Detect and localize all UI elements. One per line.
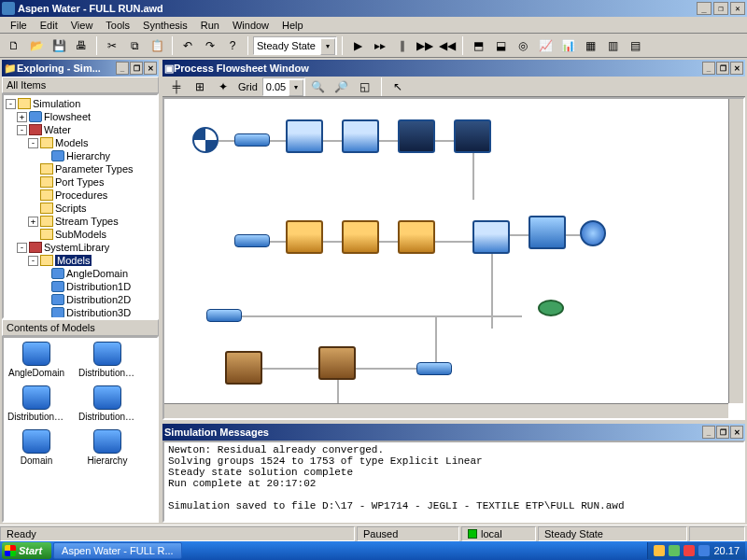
save-button[interactable]: 💾 xyxy=(49,35,69,56)
cut-button[interactable]: ✂ xyxy=(102,35,122,56)
tree-porttypes[interactable]: Port Types xyxy=(55,176,104,188)
unit-reactor-1[interactable] xyxy=(454,119,491,153)
tree-hierarchy[interactable]: Hierarchy xyxy=(66,150,110,161)
tree-view[interactable]: -Simulation +Flowsheet -Water -Models Hi… xyxy=(2,93,159,319)
tree-leaf[interactable]: Distribution2D xyxy=(66,294,131,305)
tray-icon[interactable] xyxy=(654,545,665,556)
step-button[interactable]: ▸▸ xyxy=(370,35,390,56)
explorer-min-button[interactable]: _ xyxy=(116,62,129,75)
messages-min-button[interactable]: _ xyxy=(702,426,715,439)
model-item[interactable]: Distribution3D xyxy=(78,385,136,422)
unit-clarifier[interactable] xyxy=(398,119,435,153)
new-button[interactable]: 🗋 xyxy=(4,35,24,56)
grid-combo[interactable]: 0.05 xyxy=(262,77,305,96)
menu-edit[interactable]: Edit xyxy=(34,18,64,33)
unit-digester[interactable] xyxy=(318,346,356,380)
fs-zoomin[interactable]: 🔍 xyxy=(308,77,329,97)
flowsheet-canvas[interactable] xyxy=(162,97,745,420)
model-item[interactable]: Domain xyxy=(7,429,65,466)
messages-max-button[interactable]: ❐ xyxy=(716,426,729,439)
open-button[interactable]: 📂 xyxy=(26,35,47,56)
menu-run[interactable]: Run xyxy=(194,18,226,33)
tree-streamtypes[interactable]: Stream Types xyxy=(55,216,119,227)
menu-view[interactable]: View xyxy=(64,18,100,33)
grid1-button[interactable]: ▦ xyxy=(580,35,600,56)
tree-models[interactable]: Models xyxy=(55,137,88,148)
menu-help[interactable]: Help xyxy=(275,18,310,33)
chart-button[interactable]: 📈 xyxy=(535,35,556,56)
rewind-button[interactable]: ◀◀ xyxy=(437,35,458,56)
outlet-node[interactable] xyxy=(580,220,606,246)
copy-button[interactable]: ⧉ xyxy=(124,35,145,56)
unit-valve[interactable] xyxy=(538,300,564,316)
unit-aeration-2[interactable] xyxy=(342,220,379,254)
maximize-button[interactable]: ❐ xyxy=(713,2,728,15)
tree-leaf[interactable]: Distribution1D xyxy=(66,281,131,292)
tray-icon[interactable] xyxy=(669,545,680,556)
menu-file[interactable]: File xyxy=(4,18,34,33)
tree-water[interactable]: Water xyxy=(44,124,71,135)
tree-submodels[interactable]: SubModels xyxy=(55,229,106,240)
hscrollbar[interactable] xyxy=(164,403,728,418)
tree-syslib[interactable]: SystemLibrary xyxy=(44,242,109,253)
flowsheet-min-button[interactable]: _ xyxy=(702,62,715,75)
tree-scripts[interactable]: Scripts xyxy=(55,203,87,214)
tool-b-button[interactable]: ⬓ xyxy=(490,35,511,56)
fs-zoomout[interactable]: 🔎 xyxy=(331,77,352,97)
messages-close-button[interactable]: ✕ xyxy=(730,426,743,439)
unit-screen[interactable] xyxy=(342,119,379,153)
system-tray[interactable]: 20.17 xyxy=(647,542,745,559)
model-item[interactable]: Distribution2D xyxy=(7,385,65,422)
help-button[interactable]: ? xyxy=(222,35,243,56)
pump-2[interactable] xyxy=(234,234,270,247)
tree-header[interactable]: All Items xyxy=(2,77,159,93)
tray-icon[interactable] xyxy=(698,545,710,556)
pump-3[interactable] xyxy=(206,309,242,322)
run-button[interactable]: ▶ xyxy=(347,35,368,56)
menu-tools[interactable]: Tools xyxy=(99,18,136,33)
model-item[interactable]: AngleDomain xyxy=(7,342,65,378)
tree-leaf[interactable]: Distribution3D xyxy=(66,307,131,318)
flowsheet-close-button[interactable]: ✕ xyxy=(730,62,743,75)
tree-syslib-models[interactable]: Models xyxy=(55,255,92,266)
unit-aeration-3[interactable] xyxy=(398,220,435,254)
contents-pane[interactable]: AngleDomain Distribution1D Distribution2… xyxy=(2,336,159,523)
tree-simulation[interactable]: Simulation xyxy=(33,98,80,109)
feed-node[interactable] xyxy=(192,127,218,153)
taskbar-app-button[interactable]: Aspen Water - FULL R... xyxy=(53,542,182,559)
menu-window[interactable]: Window xyxy=(226,18,275,33)
tray-icon[interactable] xyxy=(684,545,695,556)
close-button[interactable]: ✕ xyxy=(730,2,745,15)
pump-1[interactable] xyxy=(234,133,270,147)
fs-fit[interactable]: ◱ xyxy=(355,77,375,97)
print-button[interactable]: 🖶 xyxy=(71,35,92,56)
tree-flowsheet[interactable]: Flowsheet xyxy=(44,111,91,122)
model-item[interactable]: Distribution1D xyxy=(78,342,136,378)
fs-tool-2[interactable]: ⊞ xyxy=(190,77,210,97)
tool-a-button[interactable]: ⬒ xyxy=(468,35,488,56)
minimize-button[interactable]: _ xyxy=(697,2,712,15)
grid2-button[interactable]: ▥ xyxy=(602,35,623,56)
messages-text[interactable]: Newton: Residual already converged. Solv… xyxy=(162,441,745,523)
unit-settler[interactable] xyxy=(472,220,510,254)
explorer-max-button[interactable]: ❐ xyxy=(130,62,143,75)
start-button[interactable]: Start xyxy=(2,542,51,559)
unit-aeration-1[interactable] xyxy=(286,220,323,254)
redo-button[interactable]: ↷ xyxy=(200,35,220,56)
vscrollbar[interactable] xyxy=(728,99,743,403)
tree-paramtypes[interactable]: Parameter Types xyxy=(55,163,134,175)
tool-c-button[interactable]: ◎ xyxy=(513,35,533,56)
tree-procedures[interactable]: Procedures xyxy=(55,189,107,201)
mode-combo[interactable]: Steady State xyxy=(253,36,337,55)
pause-button[interactable]: ∥ xyxy=(392,35,413,56)
flowsheet-max-button[interactable]: ❐ xyxy=(716,62,729,75)
fastfwd-button[interactable]: ▶▶ xyxy=(415,35,435,56)
menu-synthesis[interactable]: Synthesis xyxy=(136,18,194,33)
fs-tool-1[interactable]: ╪ xyxy=(166,77,187,97)
model-item[interactable]: Hierarchy xyxy=(78,429,136,466)
grid3-button[interactable]: ▤ xyxy=(625,35,645,56)
plot-button[interactable]: 📊 xyxy=(557,35,578,56)
fs-pointer[interactable]: ↖ xyxy=(388,77,408,97)
unit-filter[interactable] xyxy=(529,216,566,249)
unit-thickener[interactable] xyxy=(225,351,262,385)
